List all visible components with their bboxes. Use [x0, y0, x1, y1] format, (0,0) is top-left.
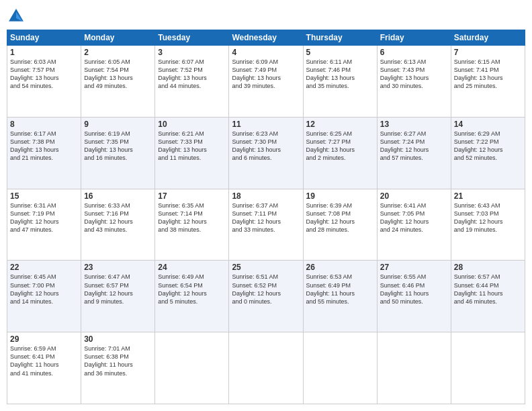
day-number: 4 [232, 48, 300, 57]
day-cell: 6Sunrise: 6:13 AMSunset: 7:43 PMDaylight… [377, 46, 451, 118]
day-cell: 21Sunrise: 6:43 AMSunset: 7:03 PMDayligh… [451, 189, 525, 261]
week-row-2: 8Sunrise: 6:17 AMSunset: 7:38 PMDaylight… [7, 117, 525, 189]
day-cell: 10Sunrise: 6:21 AMSunset: 7:33 PMDayligh… [155, 117, 229, 189]
day-number: 7 [454, 48, 522, 57]
day-number: 18 [232, 191, 300, 201]
day-number: 19 [306, 191, 374, 201]
day-cell: 30Sunrise: 7:01 AMSunset: 6:38 PMDayligh… [81, 332, 155, 404]
day-number: 29 [10, 334, 78, 344]
day-cell: 25Sunrise: 6:51 AMSunset: 6:52 PMDayligh… [229, 261, 303, 332]
day-number: 27 [380, 263, 448, 272]
day-number: 10 [158, 120, 226, 129]
day-number: 22 [10, 263, 78, 272]
day-number: 15 [10, 191, 78, 201]
day-cell: 29Sunrise: 6:59 AMSunset: 6:41 PMDayligh… [7, 332, 81, 404]
day-info: Sunrise: 6:19 AMSunset: 7:35 PMDaylight:… [84, 130, 152, 163]
day-info: Sunrise: 6:49 AMSunset: 6:54 PMDaylight:… [158, 273, 226, 306]
day-cell: 27Sunrise: 6:55 AMSunset: 6:46 PMDayligh… [377, 261, 451, 332]
day-number: 24 [158, 263, 226, 272]
day-cell: 17Sunrise: 6:35 AMSunset: 7:14 PMDayligh… [155, 189, 229, 261]
calendar: SundayMondayTuesdayWednesdayThursdayFrid… [7, 30, 525, 404]
day-number: 5 [306, 48, 374, 57]
day-cell: 12Sunrise: 6:25 AMSunset: 7:27 PMDayligh… [303, 117, 377, 189]
day-cell: 26Sunrise: 6:53 AMSunset: 6:49 PMDayligh… [303, 261, 377, 332]
day-number: 13 [380, 120, 448, 129]
day-cell [451, 332, 525, 404]
day-info: Sunrise: 6:55 AMSunset: 6:46 PMDaylight:… [380, 273, 448, 306]
day-cell: 8Sunrise: 6:17 AMSunset: 7:38 PMDaylight… [7, 117, 81, 189]
day-cell: 18Sunrise: 6:37 AMSunset: 7:11 PMDayligh… [229, 189, 303, 261]
day-cell: 3Sunrise: 6:07 AMSunset: 7:52 PMDaylight… [155, 46, 229, 118]
day-cell: 2Sunrise: 6:05 AMSunset: 7:54 PMDaylight… [81, 46, 155, 118]
day-info: Sunrise: 6:39 AMSunset: 7:08 PMDaylight:… [306, 201, 374, 234]
day-info: Sunrise: 7:01 AMSunset: 6:38 PMDaylight:… [84, 345, 152, 377]
day-info: Sunrise: 6:03 AMSunset: 7:57 PMDaylight:… [10, 58, 78, 91]
day-number: 3 [158, 48, 226, 57]
day-cell: 24Sunrise: 6:49 AMSunset: 6:54 PMDayligh… [155, 261, 229, 332]
day-cell: 7Sunrise: 6:15 AMSunset: 7:41 PMDaylight… [451, 46, 525, 118]
header [7, 7, 525, 26]
day-number: 14 [454, 120, 522, 129]
day-info: Sunrise: 6:57 AMSunset: 6:44 PMDaylight:… [454, 273, 522, 306]
day-cell: 22Sunrise: 6:45 AMSunset: 7:00 PMDayligh… [7, 261, 81, 332]
day-info: Sunrise: 6:23 AMSunset: 7:30 PMDaylight:… [232, 130, 300, 163]
day-number: 12 [306, 120, 374, 129]
day-info: Sunrise: 6:51 AMSunset: 6:52 PMDaylight:… [232, 273, 300, 306]
logo [7, 7, 28, 26]
day-info: Sunrise: 6:43 AMSunset: 7:03 PMDaylight:… [454, 201, 522, 234]
day-info: Sunrise: 6:35 AMSunset: 7:14 PMDaylight:… [158, 201, 226, 234]
day-number: 2 [84, 48, 152, 57]
week-row-1: 1Sunrise: 6:03 AMSunset: 7:57 PMDaylight… [7, 46, 525, 118]
week-row-4: 22Sunrise: 6:45 AMSunset: 7:00 PMDayligh… [7, 261, 525, 332]
day-cell: 15Sunrise: 6:31 AMSunset: 7:19 PMDayligh… [7, 189, 81, 261]
day-info: Sunrise: 6:45 AMSunset: 7:00 PMDaylight:… [10, 273, 78, 306]
day-info: Sunrise: 6:59 AMSunset: 6:41 PMDaylight:… [10, 345, 78, 377]
day-cell: 9Sunrise: 6:19 AMSunset: 7:35 PMDaylight… [81, 117, 155, 189]
calendar-header: SundayMondayTuesdayWednesdayThursdayFrid… [7, 30, 525, 46]
day-number: 16 [84, 191, 152, 201]
calendar-body: 1Sunrise: 6:03 AMSunset: 7:57 PMDaylight… [7, 46, 525, 404]
day-info: Sunrise: 6:41 AMSunset: 7:05 PMDaylight:… [380, 201, 448, 234]
day-info: Sunrise: 6:27 AMSunset: 7:24 PMDaylight:… [380, 130, 448, 163]
day-cell: 16Sunrise: 6:33 AMSunset: 7:16 PMDayligh… [81, 189, 155, 261]
week-row-5: 29Sunrise: 6:59 AMSunset: 6:41 PMDayligh… [7, 332, 525, 404]
day-number: 26 [306, 263, 374, 272]
day-number: 11 [232, 120, 300, 129]
day-info: Sunrise: 6:53 AMSunset: 6:49 PMDaylight:… [306, 273, 374, 306]
day-number: 21 [454, 191, 522, 201]
weekday-header-saturday: Saturday [451, 30, 525, 46]
weekday-header-sunday: Sunday [7, 30, 81, 46]
day-cell: 19Sunrise: 6:39 AMSunset: 7:08 PMDayligh… [303, 189, 377, 261]
day-info: Sunrise: 6:17 AMSunset: 7:38 PMDaylight:… [10, 130, 78, 163]
day-number: 6 [380, 48, 448, 57]
day-cell [229, 332, 303, 404]
day-info: Sunrise: 6:13 AMSunset: 7:43 PMDaylight:… [380, 58, 448, 91]
day-info: Sunrise: 6:07 AMSunset: 7:52 PMDaylight:… [158, 58, 226, 91]
page: SundayMondayTuesdayWednesdayThursdayFrid… [0, 0, 532, 411]
day-number: 25 [232, 263, 300, 272]
day-info: Sunrise: 6:33 AMSunset: 7:16 PMDaylight:… [84, 201, 152, 234]
header-row: SundayMondayTuesdayWednesdayThursdayFrid… [7, 30, 525, 46]
day-cell [377, 332, 451, 404]
day-info: Sunrise: 6:05 AMSunset: 7:54 PMDaylight:… [84, 58, 152, 91]
day-info: Sunrise: 6:31 AMSunset: 7:19 PMDaylight:… [10, 201, 78, 234]
day-info: Sunrise: 6:37 AMSunset: 7:11 PMDaylight:… [232, 201, 300, 234]
day-cell [303, 332, 377, 404]
day-number: 17 [158, 191, 226, 201]
day-number: 30 [84, 334, 152, 344]
day-info: Sunrise: 6:15 AMSunset: 7:41 PMDaylight:… [454, 58, 522, 91]
day-cell: 1Sunrise: 6:03 AMSunset: 7:57 PMDaylight… [7, 46, 81, 118]
weekday-header-thursday: Thursday [303, 30, 377, 46]
weekday-header-monday: Monday [81, 30, 155, 46]
weekday-header-wednesday: Wednesday [229, 30, 303, 46]
day-cell [155, 332, 229, 404]
day-cell: 28Sunrise: 6:57 AMSunset: 6:44 PMDayligh… [451, 261, 525, 332]
weekday-header-friday: Friday [377, 30, 451, 46]
day-info: Sunrise: 6:11 AMSunset: 7:46 PMDaylight:… [306, 58, 374, 91]
day-cell: 23Sunrise: 6:47 AMSunset: 6:57 PMDayligh… [81, 261, 155, 332]
day-info: Sunrise: 6:25 AMSunset: 7:27 PMDaylight:… [306, 130, 374, 163]
day-cell: 20Sunrise: 6:41 AMSunset: 7:05 PMDayligh… [377, 189, 451, 261]
week-row-3: 15Sunrise: 6:31 AMSunset: 7:19 PMDayligh… [7, 189, 525, 261]
weekday-header-tuesday: Tuesday [155, 30, 229, 46]
day-number: 20 [380, 191, 448, 201]
